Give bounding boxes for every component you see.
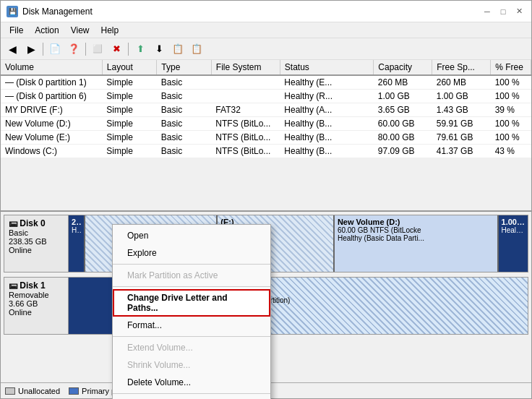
partition-0-size: 260 MB: [72, 218, 81, 226]
ctx-open[interactable]: Open: [113, 227, 270, 244]
cell-3-2: Basic: [157, 117, 212, 131]
cell-0-0: — (Disk 0 partition 1): [1, 75, 102, 90]
ctx-change-drive[interactable]: Change Drive Letter and Paths...: [113, 289, 270, 317]
cell-1-6: 1.00 GB: [432, 90, 491, 103]
ctx-extend: Extend Volume...: [113, 339, 270, 356]
title-bar-left: 💾 Disk Management: [7, 6, 93, 17]
cell-2-3: FAT32: [211, 103, 280, 117]
cell-4-0: New Volume (E:): [1, 131, 102, 145]
partition-recov-size: 1.00 GB: [502, 218, 525, 226]
cell-5-4: Healthy (B...: [280, 145, 373, 158]
menu-action[interactable]: Action: [29, 24, 64, 37]
cell-1-5: 1.00 GB: [374, 90, 432, 103]
disk-0-type: Basic: [9, 228, 64, 237]
col-type[interactable]: Type: [157, 60, 212, 75]
cell-5-2: Basic: [157, 145, 212, 158]
properties-button[interactable]: 📄: [46, 41, 64, 57]
table-row[interactable]: New Volume (E:)SimpleBasicNTFS (BitLo...…: [1, 131, 531, 145]
help-button[interactable]: ❓: [65, 41, 82, 57]
menu-help[interactable]: Help: [95, 24, 125, 37]
disk-0-label: 🖴 Disk 0 Basic 238.35 GB Online: [4, 215, 69, 273]
toolbar-btn8[interactable]: 📋: [188, 41, 205, 57]
disk-0-partition-d[interactable]: New Volume (D:) 60.00 GB NTFS (BitLocke …: [335, 215, 499, 272]
cell-2-1: Simple: [102, 103, 157, 117]
disk-management-window: 💾 Disk Management ─ □ ✕ File Action View…: [0, 0, 532, 399]
cell-2-7: 39 %: [491, 103, 531, 117]
col-capacity[interactable]: Capacity: [374, 60, 432, 75]
menu-view[interactable]: View: [65, 24, 95, 37]
forward-button[interactable]: ▶: [22, 41, 40, 57]
back-button[interactable]: ◀: [4, 41, 21, 57]
table-row[interactable]: New Volume (D:)SimpleBasicNTFS (BitLo...…: [1, 117, 531, 131]
cell-2-5: 3.65 GB: [374, 103, 432, 117]
table-row[interactable]: Windows (C:)SimpleBasicNTFS (BitLo...Hea…: [1, 145, 531, 158]
col-layout[interactable]: Layout: [102, 60, 157, 75]
disk-0-partition-recov[interactable]: 1.00 GB Healthy (Recov: [499, 215, 528, 272]
delete-button[interactable]: ✖: [108, 41, 125, 57]
maximize-button[interactable]: □: [497, 5, 510, 18]
separator-1: [43, 43, 43, 56]
col-volume[interactable]: Volume: [1, 60, 102, 75]
ctx-explore[interactable]: Explore: [113, 244, 270, 262]
window-title: Disk Management: [22, 7, 93, 17]
cell-2-4: Healthy (A...: [280, 103, 373, 117]
table-row[interactable]: — (Disk 0 partition 1)SimpleBasicHealthy…: [1, 75, 531, 90]
separator-3: [128, 43, 129, 56]
cell-2-2: Basic: [157, 103, 212, 117]
ctx-format[interactable]: Format...: [113, 317, 270, 334]
menu-bar: File Action View Help: [1, 22, 531, 38]
cell-4-1: Simple: [102, 131, 157, 145]
volume-table: Volume Layout Type File System Status Ca…: [1, 60, 531, 158]
col-pct-free[interactable]: % Free: [491, 60, 531, 75]
cell-3-4: Healthy (B...: [280, 117, 373, 131]
cell-3-6: 59.91 GB: [432, 117, 491, 131]
cell-4-6: 79.61 GB: [432, 131, 491, 145]
col-status[interactable]: Status: [280, 60, 373, 75]
cell-5-6: 41.37 GB: [432, 145, 491, 158]
toolbar-btn6[interactable]: ⬇: [150, 41, 168, 57]
cell-1-0: — (Disk 0 partition 6): [1, 90, 102, 103]
ctx-delete[interactable]: Delete Volume...: [113, 374, 270, 391]
cell-0-2: Basic: [157, 75, 212, 90]
context-menu: Open Explore Mark Partition as Active Ch…: [112, 224, 271, 399]
disk-0-partition-0[interactable]: 260 MB Healthy: [69, 215, 85, 272]
toolbar-btn7[interactable]: 📋: [169, 41, 186, 57]
disk-1-size: 3.66 GB: [9, 299, 64, 308]
separator-2: [85, 43, 86, 56]
cell-3-0: New Volume (D:): [1, 117, 102, 131]
toolbar-btn5[interactable]: ⬆: [132, 41, 149, 57]
table-row[interactable]: MY DRIVE (F:)SimpleBasicFAT32Healthy (A.…: [1, 103, 531, 117]
partition-recov-status: Healthy (Recov: [502, 226, 525, 234]
cell-1-2: Basic: [157, 90, 212, 103]
cell-4-7: 100 %: [491, 131, 531, 145]
minimize-button[interactable]: ─: [481, 5, 494, 18]
cell-5-1: Simple: [102, 145, 157, 158]
cell-0-3: [211, 75, 280, 90]
cell-0-6: 260 MB: [432, 75, 491, 90]
cell-4-3: NTFS (BitLo...: [211, 131, 280, 145]
ctx-properties[interactable]: Properties: [113, 396, 270, 399]
col-filesystem[interactable]: File System: [211, 60, 280, 75]
cell-1-3: [211, 90, 280, 103]
col-free-space[interactable]: Free Sp...: [432, 60, 491, 75]
ctx-sep-2: [113, 286, 270, 287]
title-bar: 💾 Disk Management ─ □ ✕: [1, 1, 531, 22]
cell-0-5: 260 MB: [374, 75, 432, 90]
cell-5-0: Windows (C:): [1, 145, 102, 158]
cell-4-2: Basic: [157, 131, 212, 145]
legend-primary-box: [69, 387, 79, 395]
disk-1-label: 🖴 Disk 1 Removable 3.66 GB Online: [4, 277, 69, 335]
app-icon: 💾: [7, 6, 18, 17]
close-button[interactable]: ✕: [512, 5, 525, 18]
ctx-sep-3: [113, 336, 270, 337]
disk-1-status: Online: [9, 308, 64, 317]
cell-0-7: 100 %: [491, 75, 531, 90]
toolbar-btn3[interactable]: ⬜: [89, 41, 106, 57]
toolbar: ◀ ▶ 📄 ❓ ⬜ ✖ ⬆ ⬇ 📋 📋: [1, 38, 531, 60]
disk-0-name: 🖴 Disk 0: [9, 218, 64, 228]
table-row[interactable]: — (Disk 0 partition 6)SimpleBasicHealthy…: [1, 90, 531, 103]
menu-file[interactable]: File: [4, 24, 29, 37]
window-controls: ─ □ ✕: [481, 5, 525, 18]
cell-0-4: Healthy (E...: [280, 75, 373, 90]
cell-3-7: 100 %: [491, 117, 531, 131]
